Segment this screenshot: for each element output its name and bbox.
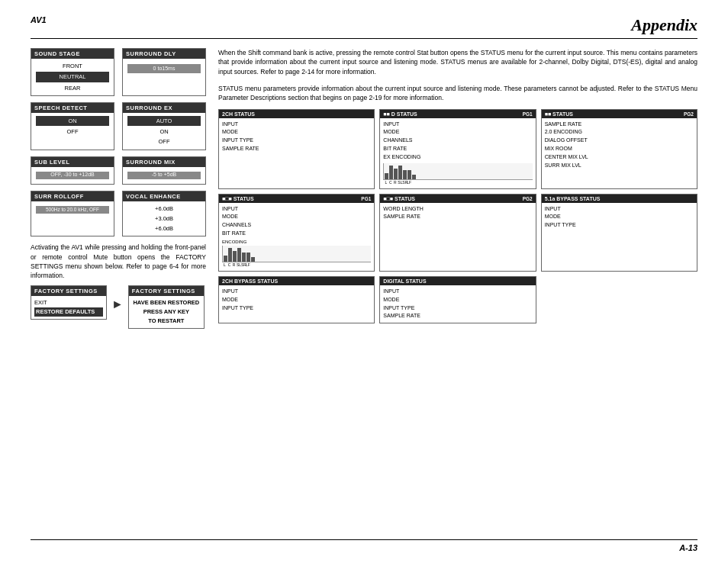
surround-dly-panel: SURROUND DLY 0 to15ms [122,48,206,96]
factory-panel-1-body: EXIT RESTORE DEFAULTS [31,296,106,319]
surround-mix-body: -5 to +5dB [123,167,205,184]
main-content: SOUND STAGE FRONT NEUTRAL REAR SURROUND … [31,48,697,329]
d-status-pg1-body: INPUT MODE CHANNELS BIT RATE EX ENCODING [380,118,535,188]
vocal-enhance-item3: +6.0dB [126,224,202,233]
sound-stage-body: FRONT NEUTRAL REAR [31,59,114,95]
sub-level-value: OFF, -30 to +12dB [36,172,109,179]
m-status-pg2-header: ■■ STATUS PG2 [542,110,697,118]
vocal-enhance-header: VOCAL ENHANCE [123,191,205,201]
bar-lfe [412,175,416,179]
speech-detect-off: OFF [34,127,111,137]
speech-detect-panel: SPEECH DETECT ON OFF [31,102,114,150]
surr-rolloff-panel: SURR ROLLOFF 500Hz to 20.0 kHz, OFF [31,191,114,237]
sub-level-header: SUB LEVEL [31,157,114,167]
page-number: A-13 [679,543,697,552]
d-status-bar-labels: L C R SL SR LF [383,180,532,186]
menu-row-4: SURR ROLLOFF 500Hz to 20.0 kHz, OFF VOCA… [31,191,206,237]
bypass-5-1a-header: 5.1a BYPASS STATUS [542,195,697,203]
surround-ex-header: SURROUND EX [123,103,205,113]
factory-restore: RESTORE DEFAULTS [34,307,103,317]
page: AV1 Appendix SOUND STAGE FRONT NEUTRAL R… [0,0,728,563]
digital-status-panel: DIGITAL STATUS INPUT MODE INPUT TYPE SAM… [379,276,536,323]
bar-l [389,166,393,179]
d-status-pg1-panel: ■■ D STATUS PG1 INPUT MODE CHANNELS BIT … [379,109,536,189]
status-grid: 2CH STATUS INPUT MODE INPUT TYPE SAMPLE … [218,109,697,324]
factory-panel-2-body: HAVE BEEN RESTORED PRESS ANY KEY TO REST… [129,296,204,328]
digital-status-pg1-header: ■□■ STATUS PG1 [219,195,374,203]
page-footer: A-13 [31,539,697,552]
empty-cell [541,276,697,323]
digital-status-bar-labels: L C R SL SR LF [222,262,371,269]
speech-detect-on: ON [36,116,109,126]
intro-para2: STATUS menu parameters provide informati… [218,84,697,103]
surr-rolloff-value: 500Hz to 20.0 kHz, OFF [36,206,109,214]
sound-stage-rear: REAR [34,83,111,93]
bar-sr [407,170,411,179]
digital-status-pg1-body: INPUT MODE CHANNELS BIT RATE ENCODING [219,203,374,271]
2ch-bypass-body: INPUT MODE INPUT TYPE [219,285,374,315]
digital-status-header: DIGITAL STATUS [380,277,535,285]
header-right: Appendix [631,15,697,35]
digital2-status-pg2-body: WORD LENGTH SAMPLE RATE [380,203,535,224]
surround-ex-off: OFF [126,137,202,146]
sound-stage-front: FRONT [34,61,111,71]
surround-dly-header: SURROUND DLY [123,49,205,59]
surround-ex-body: AUTO ON OFF [123,113,205,150]
sub-level-panel: SUB LEVEL OFF, -30 to +12dB [31,156,114,185]
sound-stage-panel: SOUND STAGE FRONT NEUTRAL REAR [31,48,114,96]
left-column: SOUND STAGE FRONT NEUTRAL REAR SURROUND … [31,48,206,329]
factory-restored-line1: HAVE BEEN RESTORED [132,298,201,307]
vocal-enhance-panel: VOCAL ENHANCE +6.0dB +3.0dB +6.0dB [122,191,206,237]
factory-exit: EXIT [34,298,103,307]
surround-ex-auto: AUTO [127,116,201,126]
surr-rolloff-header: SURR ROLLOFF [31,191,114,201]
factory-restored-line3: TO RESTART [132,317,201,326]
surround-mix-value: -5 to +5dB [127,172,201,179]
digital2-status-pg2-panel: ■□■ STATUS PG2 WORD LENGTH SAMPLE RATE [379,194,536,272]
factory-section: FACTORY SETTINGS EXIT RESTORE DEFAULTS ►… [31,285,206,329]
surround-ex-panel: SURROUND EX AUTO ON OFF [122,102,206,150]
bottom-text: Activating the AV1 while pressing and ho… [31,243,206,280]
digital-status-pg1-panel: ■□■ STATUS PG1 INPUT MODE CHANNELS BIT R… [218,194,375,272]
bypass-5-1a-panel: 5.1a BYPASS STATUS INPUT MODE INPUT TYPE [541,194,697,272]
bar-r [398,166,402,179]
2ch-bypass-header: 2CH BYPASS STATUS [219,277,374,285]
vocal-enhance-item2: +3.0dB [126,214,202,224]
bar-sl [403,170,407,179]
factory-restored-line2: PRESS ANY KEY [132,307,201,317]
vocal-enhance-body: +6.0dB +3.0dB +6.0dB [123,201,205,236]
surround-dly-body: 0 to15ms [123,59,205,79]
right-column: When the Shift command bank is active, p… [218,48,697,329]
menu-row-3: SUB LEVEL OFF, -30 to +12dB SURROUND MIX… [31,156,206,185]
encoding-label: ENCODING [222,239,371,246]
arrow-icon: ► [111,298,124,311]
factory-panel-2: FACTORY SETTINGS HAVE BEEN RESTORED PRES… [128,285,205,329]
surr-rolloff-body: 500Hz to 20.0 kHz, OFF [31,201,114,218]
speech-detect-header: SPEECH DETECT [31,103,114,113]
sound-stage-neutral: NEUTRAL [36,72,109,82]
d-status-pg1-header: ■■ D STATUS PG1 [380,110,535,118]
surround-mix-panel: SURROUND MIX -5 to +5dB [122,156,206,185]
surround-dly-value: 0 to15ms [127,64,201,73]
surround-mix-header: SURROUND MIX [123,157,205,167]
digital2-status-pg2-header: ■□■ STATUS PG2 [380,195,535,203]
bypass-5-1a-body: INPUT MODE INPUT TYPE [542,203,697,233]
factory-panel-1-header: FACTORY SETTINGS [31,286,106,296]
page-header: AV1 Appendix [31,15,697,39]
sub-level-body: OFF, -30 to +12dB [31,167,114,184]
digital-status-bar-chart [222,246,371,262]
digital-status-body: INPUT MODE INPUT TYPE SAMPLE RATE [380,285,535,323]
bar-ls [385,173,388,179]
bar-c [394,169,398,179]
sound-stage-header: SOUND STAGE [31,49,114,59]
vocal-enhance-item1: +6.0dB [126,204,202,214]
2ch-status-body: INPUT MODE INPUT TYPE SAMPLE RATE [219,118,374,156]
factory-panel-1: FACTORY SETTINGS EXIT RESTORE DEFAULTS [31,285,107,320]
intro-para1: When the Shift command bank is active, p… [218,48,697,76]
2ch-status-header: 2CH STATUS [219,110,374,118]
d-status-bar-chart [383,163,532,180]
factory-panel-2-header: FACTORY SETTINGS [129,286,204,296]
m-status-pg2-body: SAMPLE RATE 2.0 ENCODING DIALOG OFFSET M… [542,118,697,172]
menu-row-2: SPEECH DETECT ON OFF SURROUND EX AUTO ON… [31,102,206,150]
menu-row-1: SOUND STAGE FRONT NEUTRAL REAR SURROUND … [31,48,206,96]
